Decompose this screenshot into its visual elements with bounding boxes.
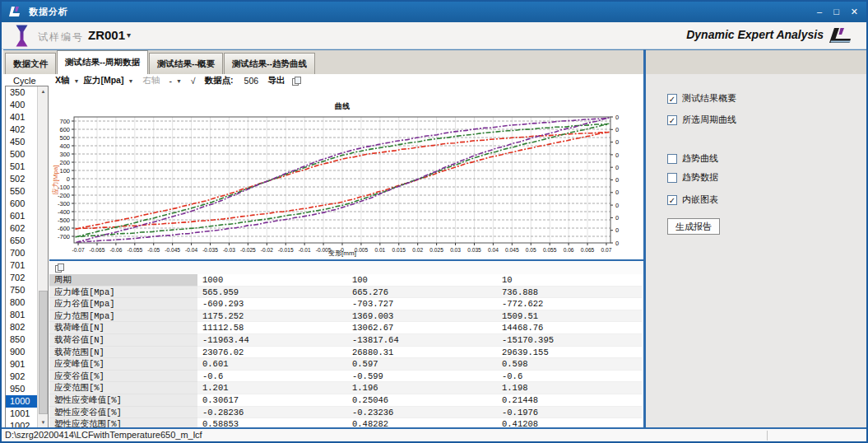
- cycle-item-501[interactable]: 501: [6, 161, 38, 173]
- cycle-item-450[interactable]: 450: [6, 136, 38, 148]
- cycle-item-550[interactable]: 550: [6, 185, 38, 198]
- cycle-results-table[interactable]: 周期100010010应力峰值[Mpa]565.959665.276736.88…: [49, 274, 643, 429]
- cycle-item-602[interactable]: 602: [6, 222, 38, 235]
- tab-1[interactable]: 测试结果--周期数据: [57, 50, 148, 74]
- row-label: 载荷范围[N]: [49, 347, 197, 359]
- cycle-item-401[interactable]: 401: [6, 111, 38, 124]
- cycle-item-601[interactable]: 601: [6, 210, 38, 222]
- row-value: -0.1976: [497, 407, 642, 419]
- table-row-2[interactable]: 应力谷值[Mpa]-609.293-703.727-772.622: [49, 298, 643, 310]
- right-axis-caret-icon[interactable]: ▼: [176, 78, 182, 84]
- row-value: 1.201: [197, 382, 347, 394]
- table-row-6[interactable]: 载荷范围[N]23076.0226880.3129639.155: [49, 347, 643, 359]
- minimize-button[interactable]: –: [817, 7, 822, 16]
- checkbox-row-4[interactable]: ✓内嵌图表: [667, 194, 868, 206]
- scroll-up-icon[interactable]: ▲: [38, 86, 49, 97]
- maximize-button[interactable]: □: [833, 7, 839, 16]
- x-axis-caret-icon[interactable]: ▼: [74, 78, 80, 84]
- cycle-item-400[interactable]: 400: [6, 99, 38, 111]
- scrollbar-thumb[interactable]: [39, 291, 48, 414]
- x-tick-label: 0.035: [467, 247, 481, 253]
- sample-dropdown-caret-icon[interactable]: ▾: [127, 30, 131, 40]
- checkbox-row-2[interactable]: 趋势曲线: [667, 152, 868, 165]
- close-button[interactable]: ✕: [851, 7, 858, 16]
- table-row-3[interactable]: 应力范围[Mpa]1175.2521369.0031509.51: [49, 310, 643, 323]
- row-value: 10: [497, 274, 642, 287]
- checkbox-row-0[interactable]: ✓测试结果概要: [667, 92, 868, 105]
- cycle-item-650[interactable]: 650: [6, 235, 38, 247]
- tab-bar: 数据文件测试结果--周期数据测试结果--概要测试结果--趋势曲线: [3, 49, 868, 74]
- x-tick-label: -0.01: [299, 247, 311, 253]
- table-row-9[interactable]: 应变范围[%]1.2011.1961.198: [49, 382, 643, 394]
- right-tick-label: 0: [615, 189, 619, 196]
- checkbox-label: 趋势数据: [682, 171, 718, 184]
- table-row-4[interactable]: 载荷峰值[N]11112.5813062.6714468.76: [49, 322, 643, 334]
- x-tick-label: 0.05: [526, 247, 536, 253]
- copy-chart-icon[interactable]: [292, 77, 301, 86]
- cycle-item-801[interactable]: 801: [6, 309, 38, 321]
- checkbox-checked-icon[interactable]: ✓: [667, 195, 677, 205]
- cycle-item-702[interactable]: 702: [6, 272, 38, 284]
- cycle-list-title: Cycle: [13, 76, 36, 86]
- cycle-list[interactable]: 3504004014024505005015025506006016026507…: [5, 86, 49, 429]
- app-logo-icon: [8, 6, 22, 18]
- table-row-1[interactable]: 应力峰值[Mpa]565.959665.276736.888: [49, 287, 643, 299]
- cycle-item-402[interactable]: 402: [6, 124, 38, 136]
- generate-report-button[interactable]: 生成报告: [667, 218, 720, 235]
- checkbox-checked-icon[interactable]: ✓: [667, 94, 677, 104]
- cycle-item-1000[interactable]: 1000: [6, 395, 38, 408]
- checkbox-row-1[interactable]: ✓所选周期曲线: [667, 114, 868, 126]
- checkbox-row-3[interactable]: 趋势数据: [667, 171, 868, 184]
- tab-3[interactable]: 测试结果--趋势曲线: [224, 53, 315, 74]
- cycle-item-800[interactable]: 800: [6, 296, 38, 309]
- checkbox-unchecked-icon[interactable]: [667, 154, 677, 164]
- apply-check-mark[interactable]: √: [191, 76, 196, 86]
- cycle-item-701[interactable]: 701: [6, 259, 38, 272]
- table-row-7[interactable]: 应变峰值[%]0.6010.5970.598: [49, 358, 643, 371]
- table-header-row[interactable]: 周期100010010: [49, 274, 643, 287]
- table-row-11[interactable]: 塑性应变谷值[%]-0.28236-0.23236-0.1976: [49, 407, 643, 419]
- cycle-item-600[interactable]: 600: [6, 198, 38, 210]
- y-tick-label: -700: [58, 233, 70, 240]
- checkbox-checked-icon[interactable]: ✓: [667, 115, 677, 125]
- cycle-item-1001[interactable]: 1001: [6, 408, 38, 420]
- brand-text: Dynamic Expert Analysis: [686, 28, 824, 41]
- row-label: 应力峰值[Mpa]: [49, 287, 197, 299]
- tab-2[interactable]: 测试结果--概要: [149, 53, 223, 74]
- row-value: 14468.76: [497, 322, 642, 334]
- hysteresis-chart[interactable]: -0.07-0.065-0.06-0.055-0.05-0.045-0.04-0…: [49, 87, 643, 259]
- cycle-item-700[interactable]: 700: [6, 247, 38, 259]
- right-axis-dropdown[interactable]: -: [169, 76, 172, 86]
- copy-table-icon[interactable]: [55, 263, 64, 273]
- sample-number-value[interactable]: ZR001: [88, 28, 125, 42]
- cycle-item-901[interactable]: 901: [6, 358, 38, 371]
- checkbox-unchecked-icon[interactable]: [667, 173, 677, 183]
- cycle-item-502[interactable]: 502: [6, 173, 38, 185]
- cycle-item-350[interactable]: 350: [6, 86, 38, 99]
- row-value: -0.599: [347, 371, 497, 383]
- export-button[interactable]: 导出: [267, 75, 285, 86]
- app-window: 数据分析 – □ ✕ 试样编号 ZR001 ▾ Dynamic Expert A…: [0, 0, 868, 443]
- cycle-item-900[interactable]: 900: [6, 346, 38, 358]
- table-row-10[interactable]: 塑性应变峰值[%]0.306170.250460.21448: [49, 394, 643, 407]
- tab-0[interactable]: 数据文件: [5, 53, 56, 74]
- cycle-item-950[interactable]: 950: [6, 383, 38, 395]
- y-variable-caret-icon[interactable]: ▼: [128, 78, 133, 84]
- chart-toolbar: X轴 ▼ 应力[Mpa] ▼ 右轴 - ▼ √ 数据点: 506 导出: [49, 74, 643, 87]
- x-axis-dropdown-label[interactable]: X轴: [55, 75, 70, 86]
- cycle-item-500[interactable]: 500: [6, 148, 38, 161]
- y-tick-label: -200: [58, 192, 70, 199]
- x-tick-label: 0.04: [488, 247, 499, 253]
- cycle-item-850[interactable]: 850: [6, 333, 38, 346]
- right-tick-label: 0: [615, 164, 619, 171]
- row-value: 0.597: [347, 358, 497, 371]
- y-tick-label: 700: [59, 118, 70, 125]
- cycle-item-750[interactable]: 750: [6, 284, 38, 296]
- cycle-item-802[interactable]: 802: [6, 321, 38, 333]
- y-variable-dropdown[interactable]: 应力[Mpa]: [83, 75, 123, 86]
- row-value: 736.888: [497, 287, 642, 299]
- table-row-5[interactable]: 载荷谷值[N]-11963.44-13817.64-15170.395: [49, 334, 643, 347]
- cycle-list-scrollbar[interactable]: ▲ ▼: [37, 86, 48, 428]
- table-row-8[interactable]: 应变谷值[%]-0.6-0.599-0.6: [49, 371, 643, 383]
- cycle-item-902[interactable]: 902: [6, 371, 38, 383]
